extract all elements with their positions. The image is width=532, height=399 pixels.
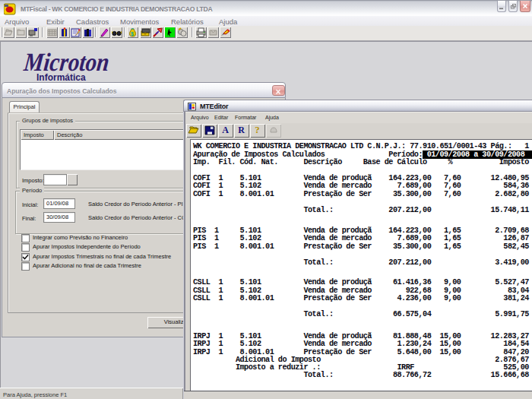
svg-text:$: $ <box>131 31 134 37</box>
